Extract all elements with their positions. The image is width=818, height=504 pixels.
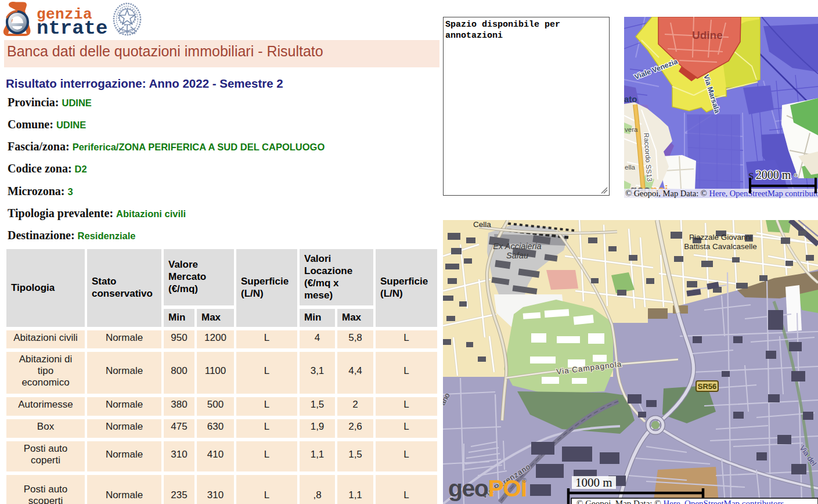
- svg-text:Piazzale Giovanni: Piazzale Giovanni: [689, 233, 752, 242]
- svg-text:Safau: Safau: [506, 251, 528, 260]
- svg-text:ntrate: ntrate: [37, 17, 107, 38]
- svg-text:Udine: Udine: [692, 29, 723, 41]
- svg-text:geoPOI: geoPOI: [448, 475, 527, 502]
- svg-text:ato: ato: [624, 94, 637, 104]
- svg-text:o: o: [794, 171, 798, 178]
- svg-text:1000 m: 1000 m: [575, 476, 612, 489]
- svg-text:SR56: SR56: [698, 382, 717, 391]
- svg-text:Battista Cavalcaselle: Battista Cavalcaselle: [684, 242, 756, 251]
- svg-text:© Geopoi, Map Data: © Here, Op: © Geopoi, Map Data: © Here, OpenStreetMa…: [625, 189, 818, 198]
- svg-text:© Geopoi, Map Data: © Here, Op: © Geopoi, Map Data: © Here, OpenStreetMa…: [576, 499, 784, 504]
- svg-text:Cella: Cella: [473, 220, 491, 229]
- svg-text:vera: vera: [625, 126, 638, 133]
- svg-text:ella: ella: [625, 164, 636, 171]
- svg-text:2000 m: 2000 m: [756, 168, 791, 181]
- svg-text:®: ®: [522, 477, 527, 484]
- svg-text:Ex Acciaieria: Ex Acciaieria: [493, 242, 541, 251]
